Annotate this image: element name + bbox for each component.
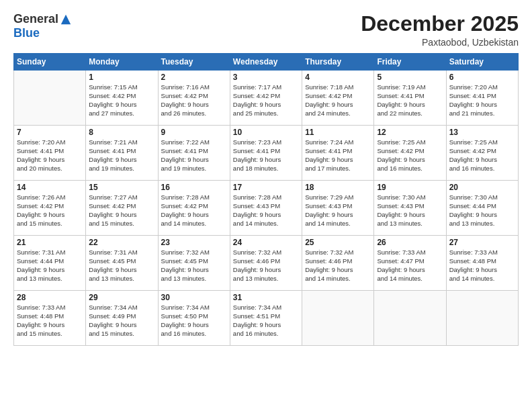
day-info: Sunrise: 7:31 AMSunset: 4:44 PMDaylight:… [17, 248, 83, 283]
weekday-header-tuesday: Tuesday [158, 54, 230, 71]
weekday-header-wednesday: Wednesday [230, 54, 302, 71]
day-number: 9 [161, 128, 227, 137]
day-number: 8 [89, 128, 154, 137]
day-number: 18 [305, 183, 371, 192]
day-info: Sunrise: 7:33 AMSunset: 4:47 PMDaylight:… [377, 248, 443, 283]
day-info: Sunrise: 7:27 AMSunset: 4:42 PMDaylight:… [89, 193, 154, 228]
calendar-cell: 22Sunrise: 7:31 AMSunset: 4:45 PMDayligh… [86, 236, 158, 291]
calendar-cell: 16Sunrise: 7:28 AMSunset: 4:42 PMDayligh… [158, 181, 230, 236]
calendar-cell: 18Sunrise: 7:29 AMSunset: 4:43 PMDayligh… [302, 181, 374, 236]
month-title: December 2025 [361, 12, 519, 36]
calendar-cell [14, 71, 86, 126]
calendar-cell: 27Sunrise: 7:33 AMSunset: 4:48 PMDayligh… [446, 236, 518, 291]
week-row-2: 7Sunrise: 7:20 AMSunset: 4:41 PMDaylight… [14, 126, 519, 181]
day-number: 10 [233, 128, 299, 137]
day-number: 14 [17, 183, 83, 192]
svg-marker-0 [61, 14, 71, 24]
calendar-cell: 14Sunrise: 7:26 AMSunset: 4:42 PMDayligh… [14, 181, 86, 236]
calendar-cell [374, 291, 446, 346]
day-info: Sunrise: 7:26 AMSunset: 4:42 PMDaylight:… [17, 193, 83, 228]
calendar-cell: 4Sunrise: 7:18 AMSunset: 4:42 PMDaylight… [302, 71, 374, 126]
day-number: 5 [377, 73, 443, 82]
day-number: 1 [89, 73, 154, 82]
calendar-cell: 31Sunrise: 7:34 AMSunset: 4:51 PMDayligh… [230, 291, 302, 346]
calendar-cell: 30Sunrise: 7:34 AMSunset: 4:50 PMDayligh… [158, 291, 230, 346]
day-number: 13 [449, 128, 515, 137]
day-info: Sunrise: 7:30 AMSunset: 4:43 PMDaylight:… [377, 193, 443, 228]
day-info: Sunrise: 7:25 AMSunset: 4:42 PMDaylight:… [449, 138, 515, 173]
logo-icon [60, 13, 72, 26]
calendar-cell: 6Sunrise: 7:20 AMSunset: 4:41 PMDaylight… [446, 71, 518, 126]
day-number: 11 [305, 128, 371, 137]
logo-area: General Blue [13, 12, 72, 40]
day-number: 23 [161, 238, 227, 247]
calendar-cell: 9Sunrise: 7:22 AMSunset: 4:41 PMDaylight… [158, 126, 230, 181]
day-info: Sunrise: 7:15 AMSunset: 4:42 PMDaylight:… [89, 83, 154, 118]
calendar-page: General Blue December 2025 Paxtaobod, Uz… [0, 0, 532, 411]
day-info: Sunrise: 7:22 AMSunset: 4:41 PMDaylight:… [161, 138, 227, 173]
header: General Blue December 2025 Paxtaobod, Uz… [13, 12, 519, 48]
day-number: 22 [89, 238, 154, 247]
calendar-cell: 10Sunrise: 7:23 AMSunset: 4:41 PMDayligh… [230, 126, 302, 181]
day-info: Sunrise: 7:19 AMSunset: 4:41 PMDaylight:… [377, 83, 443, 118]
day-info: Sunrise: 7:29 AMSunset: 4:43 PMDaylight:… [305, 193, 371, 228]
calendar-cell: 20Sunrise: 7:30 AMSunset: 4:44 PMDayligh… [446, 181, 518, 236]
title-area: December 2025 Paxtaobod, Uzbekistan [361, 12, 519, 48]
day-number: 19 [377, 183, 443, 192]
week-row-4: 21Sunrise: 7:31 AMSunset: 4:44 PMDayligh… [14, 236, 519, 291]
calendar-cell: 7Sunrise: 7:20 AMSunset: 4:41 PMDaylight… [14, 126, 86, 181]
day-info: Sunrise: 7:16 AMSunset: 4:42 PMDaylight:… [161, 83, 227, 118]
calendar-cell: 2Sunrise: 7:16 AMSunset: 4:42 PMDaylight… [158, 71, 230, 126]
day-number: 12 [377, 128, 443, 137]
day-info: Sunrise: 7:20 AMSunset: 4:41 PMDaylight:… [17, 138, 83, 173]
week-row-1: 1Sunrise: 7:15 AMSunset: 4:42 PMDaylight… [14, 71, 519, 126]
calendar-cell: 3Sunrise: 7:17 AMSunset: 4:42 PMDaylight… [230, 71, 302, 126]
day-number: 15 [89, 183, 154, 192]
calendar-cell: 1Sunrise: 7:15 AMSunset: 4:42 PMDaylight… [86, 71, 158, 126]
calendar-cell: 19Sunrise: 7:30 AMSunset: 4:43 PMDayligh… [374, 181, 446, 236]
day-number: 29 [89, 293, 154, 302]
day-info: Sunrise: 7:34 AMSunset: 4:49 PMDaylight:… [89, 304, 154, 338]
day-info: Sunrise: 7:32 AMSunset: 4:45 PMDaylight:… [161, 248, 227, 283]
day-info: Sunrise: 7:31 AMSunset: 4:45 PMDaylight:… [89, 248, 154, 283]
day-number: 28 [17, 293, 83, 302]
weekday-header-row: SundayMondayTuesdayWednesdayThursdayFrid… [14, 54, 519, 71]
week-row-3: 14Sunrise: 7:26 AMSunset: 4:42 PMDayligh… [14, 181, 519, 236]
weekday-header-thursday: Thursday [302, 54, 374, 71]
day-number: 2 [161, 73, 227, 82]
week-row-5: 28Sunrise: 7:33 AMSunset: 4:48 PMDayligh… [14, 291, 519, 346]
weekday-header-sunday: Sunday [14, 54, 86, 71]
calendar-cell: 23Sunrise: 7:32 AMSunset: 4:45 PMDayligh… [158, 236, 230, 291]
calendar-cell: 26Sunrise: 7:33 AMSunset: 4:47 PMDayligh… [374, 236, 446, 291]
calendar-cell: 29Sunrise: 7:34 AMSunset: 4:49 PMDayligh… [86, 291, 158, 346]
day-number: 6 [449, 73, 515, 82]
day-info: Sunrise: 7:24 AMSunset: 4:41 PMDaylight:… [305, 138, 371, 173]
day-info: Sunrise: 7:23 AMSunset: 4:41 PMDaylight:… [233, 138, 299, 173]
calendar-cell: 8Sunrise: 7:21 AMSunset: 4:41 PMDaylight… [86, 126, 158, 181]
calendar-cell: 24Sunrise: 7:32 AMSunset: 4:46 PMDayligh… [230, 236, 302, 291]
calendar-cell: 15Sunrise: 7:27 AMSunset: 4:42 PMDayligh… [86, 181, 158, 236]
day-number: 4 [305, 73, 371, 82]
day-number: 20 [449, 183, 515, 192]
day-number: 7 [17, 128, 83, 137]
day-number: 21 [17, 238, 83, 247]
weekday-header-saturday: Saturday [446, 54, 518, 71]
day-number: 24 [233, 238, 299, 247]
logo: General [13, 12, 72, 26]
location-title: Paxtaobod, Uzbekistan [361, 37, 519, 48]
day-info: Sunrise: 7:20 AMSunset: 4:41 PMDaylight:… [449, 83, 515, 118]
day-number: 26 [377, 238, 443, 247]
day-info: Sunrise: 7:34 AMSunset: 4:51 PMDaylight:… [233, 304, 299, 338]
day-number: 27 [449, 238, 515, 247]
day-info: Sunrise: 7:33 AMSunset: 4:48 PMDaylight:… [449, 248, 515, 283]
calendar-cell: 11Sunrise: 7:24 AMSunset: 4:41 PMDayligh… [302, 126, 374, 181]
calendar-cell: 25Sunrise: 7:32 AMSunset: 4:46 PMDayligh… [302, 236, 374, 291]
day-number: 17 [233, 183, 299, 192]
weekday-header-monday: Monday [86, 54, 158, 71]
calendar-table: SundayMondayTuesdayWednesdayThursdayFrid… [13, 53, 519, 346]
day-info: Sunrise: 7:30 AMSunset: 4:44 PMDaylight:… [449, 193, 515, 228]
day-info: Sunrise: 7:17 AMSunset: 4:42 PMDaylight:… [233, 83, 299, 118]
day-info: Sunrise: 7:32 AMSunset: 4:46 PMDaylight:… [233, 248, 299, 283]
day-info: Sunrise: 7:25 AMSunset: 4:42 PMDaylight:… [377, 138, 443, 173]
calendar-cell: 28Sunrise: 7:33 AMSunset: 4:48 PMDayligh… [14, 291, 86, 346]
